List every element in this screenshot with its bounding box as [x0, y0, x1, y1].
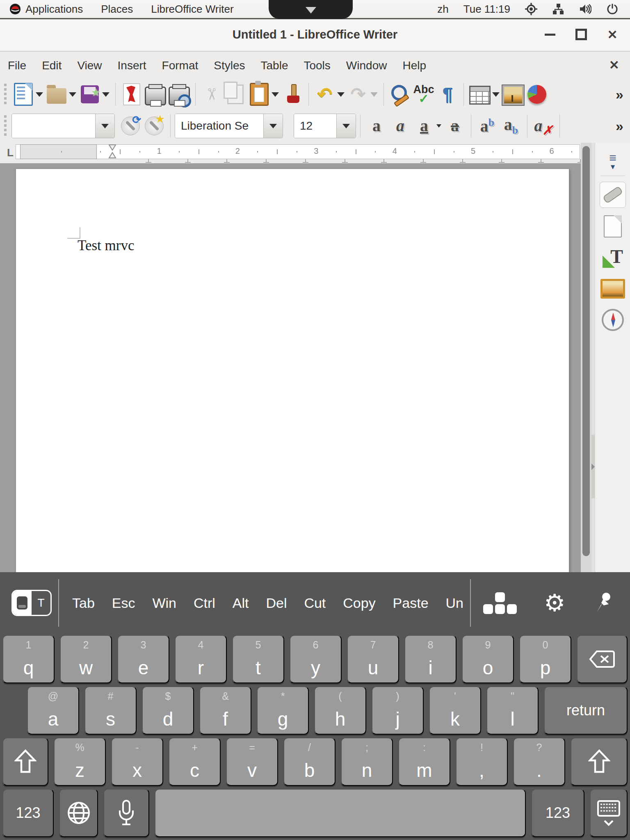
sidebar-tab-navigator[interactable] — [600, 307, 625, 333]
key-u[interactable]: 7u — [347, 635, 399, 683]
accessibility-menu[interactable] — [519, 0, 543, 18]
key-j[interactable]: )j — [372, 686, 424, 735]
document-area[interactable]: Test mrvc — [0, 163, 581, 572]
strikethrough-button[interactable]: a — [444, 114, 466, 137]
sidebar-tab-properties[interactable] — [600, 182, 626, 208]
numbers-key-right[interactable]: 123 — [531, 789, 584, 837]
key-k[interactable]: 'k — [429, 686, 481, 735]
menu-tools[interactable]: Tools — [296, 52, 338, 80]
space-key[interactable] — [155, 789, 526, 837]
subscript-button[interactable]: ab — [500, 114, 522, 137]
key-r[interactable]: 4r — [175, 635, 227, 683]
key-,[interactable]: !, — [456, 737, 508, 786]
globe-key[interactable] — [59, 789, 98, 837]
key-g[interactable]: *g — [257, 686, 309, 735]
print-preview-button[interactable] — [169, 83, 190, 106]
formatting-marks-button[interactable]: ¶ — [437, 83, 458, 106]
return-key[interactable]: return — [544, 686, 628, 735]
underline-button[interactable]: a — [413, 114, 435, 137]
font-name-combo[interactable]: Liberation Se — [175, 114, 283, 138]
key-l[interactable]: "l — [486, 686, 539, 735]
power-menu[interactable] — [600, 0, 624, 18]
open-dropdown[interactable] — [69, 92, 76, 97]
accessory-key-copy[interactable]: Copy — [341, 593, 377, 614]
insert-chart-button[interactable] — [526, 83, 548, 106]
paragraph-style-combo[interactable] — [11, 114, 115, 138]
clone-formatting-button[interactable] — [282, 83, 303, 106]
menu-format[interactable]: Format — [154, 52, 206, 80]
toolbar-overflow-button[interactable]: » — [616, 118, 623, 134]
close-document-button[interactable]: ✕ — [609, 52, 619, 78]
key-z[interactable]: %z — [54, 737, 106, 786]
numbers-key-left[interactable]: 123 — [2, 789, 54, 837]
sidebar-settings-button[interactable]: ≡ ▾ — [600, 154, 625, 169]
update-style-button[interactable] — [120, 114, 141, 137]
undo-dropdown[interactable] — [337, 92, 345, 97]
key-a[interactable]: @a — [27, 686, 79, 735]
backspace-key[interactable] — [577, 635, 628, 683]
applications-menu[interactable]: Applications — [0, 0, 92, 18]
key-h[interactable]: (h — [314, 686, 366, 735]
superscript-button[interactable]: ab — [477, 114, 498, 137]
dismiss-keyboard-key[interactable] — [590, 789, 628, 837]
copy-button[interactable] — [225, 83, 246, 106]
key-o[interactable]: 9o — [462, 635, 514, 683]
close-button[interactable]: ✕ — [603, 25, 622, 44]
document-page[interactable]: Test mrvc — [16, 169, 569, 572]
key-b[interactable]: /b — [283, 737, 336, 786]
tab-stop-type-selector[interactable]: L — [4, 146, 16, 159]
shift-right-key[interactable] — [571, 737, 628, 786]
sidebar-tab-page[interactable] — [600, 214, 625, 239]
accessory-key-tab[interactable]: Tab — [71, 593, 96, 614]
font-size-combo[interactable]: 12 — [294, 114, 356, 138]
menu-window[interactable]: Window — [338, 52, 395, 80]
key-.[interactable]: ?. — [513, 737, 565, 786]
menu-file[interactable]: File — [0, 52, 34, 80]
accessory-key-alt[interactable]: Alt — [231, 593, 251, 614]
accessory-key-cut[interactable]: Cut — [302, 593, 327, 614]
key-w[interactable]: 2w — [60, 635, 112, 683]
font-size-dropdown[interactable] — [336, 114, 356, 138]
cut-button[interactable]: ✂ — [201, 83, 222, 106]
key-x[interactable]: -x — [111, 737, 163, 786]
underline-dropdown[interactable] — [436, 124, 441, 128]
active-app-menu[interactable]: LibreOffice Writer — [142, 0, 242, 18]
key-c[interactable]: +c — [169, 737, 221, 786]
horizontal-ruler[interactable]: 123456 — [16, 144, 580, 159]
redo-dropdown[interactable] — [370, 92, 378, 97]
key-f[interactable]: &f — [199, 686, 251, 735]
menu-insert[interactable]: Insert — [110, 52, 154, 80]
insert-image-button[interactable] — [502, 83, 524, 106]
key-m[interactable]: :m — [398, 737, 450, 786]
new-style-button[interactable] — [144, 114, 165, 137]
font-name-dropdown[interactable] — [263, 114, 283, 138]
bold-button[interactable]: a — [366, 114, 387, 137]
accessory-key-win[interactable]: Win — [151, 593, 178, 614]
toolbar-grip[interactable] — [3, 84, 7, 105]
italic-button[interactable]: a — [390, 114, 411, 137]
volume-menu[interactable] — [573, 0, 597, 18]
places-menu[interactable]: Places — [92, 0, 142, 18]
indent-marker[interactable] — [108, 144, 117, 159]
find-replace-button[interactable] — [389, 83, 411, 106]
accessory-key-paste[interactable]: Paste — [391, 593, 430, 614]
key-s[interactable]: #s — [84, 686, 137, 735]
key-v[interactable]: =v — [226, 737, 278, 786]
sidebar-tab-gallery[interactable] — [600, 276, 625, 301]
menu-table[interactable]: Table — [253, 52, 296, 80]
new-document-dropdown[interactable] — [36, 92, 43, 97]
keyboard-mode-toggle[interactable]: T — [11, 590, 52, 616]
key-i[interactable]: 8i — [404, 635, 457, 683]
minimize-button[interactable] — [541, 25, 559, 44]
accessory-key-un[interactable]: Un — [444, 593, 465, 614]
paste-dropdown[interactable] — [272, 92, 279, 97]
save-button[interactable] — [79, 83, 100, 106]
save-dropdown[interactable] — [102, 92, 110, 97]
key-d[interactable]: $d — [142, 686, 194, 735]
input-method-indicator[interactable]: zh — [431, 0, 454, 18]
vertical-scrollbar[interactable] — [581, 143, 591, 572]
key-e[interactable]: 3e — [117, 635, 169, 683]
pin-keyboard-button[interactable] — [592, 591, 614, 615]
restore-button[interactable] — [572, 25, 591, 44]
redo-button[interactable]: ↷ — [347, 83, 369, 106]
